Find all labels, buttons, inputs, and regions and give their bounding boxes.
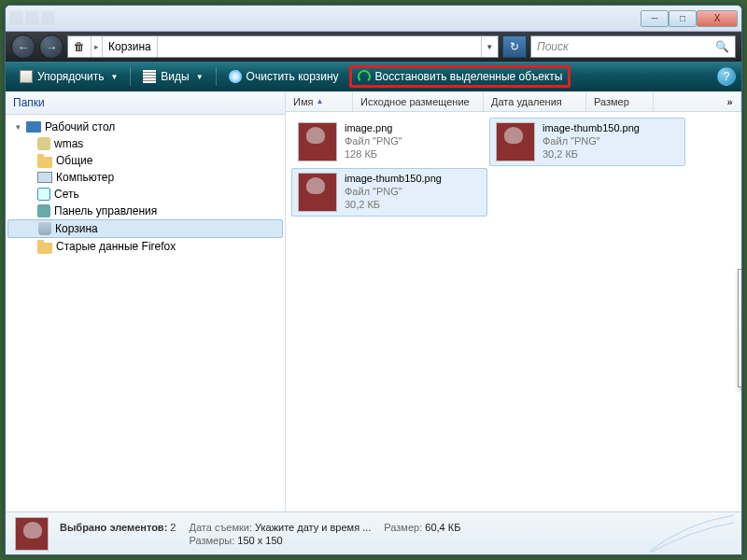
folder-icon [37,243,52,254]
address-dropdown-icon[interactable]: ▾ [481,36,498,57]
tree-item-панель-управления[interactable]: Панель управления [7,203,283,219]
ctx-delete[interactable]: Удалить [741,332,742,355]
help-icon: ? [724,70,730,83]
close-button[interactable]: X [697,10,738,27]
file-name: image.png [345,122,402,135]
file-item[interactable]: image-thumb150.pngФайл "PNG"30,2 КБ [291,168,487,217]
restore-icon [358,70,371,83]
toolbar: Упорядочить ▼ Виды ▼ Очистить корзину Во… [6,62,741,91]
status-date-label: Дата съемки: [189,522,251,533]
net-icon [37,188,50,201]
column-original-location[interactable]: Исходное размещение [353,91,484,111]
file-pane: Имя▲ Исходное размещение Дата удаления Р… [286,91,741,511]
minimize-button[interactable]: ─ [641,10,669,27]
empty-bin-button[interactable]: Очистить корзину [220,65,347,88]
folder-icon [37,157,52,168]
content-area: Папки ▾Рабочий столwmasОбщиеКомпьютерСет… [6,91,741,511]
file-type: Файл "PNG" [345,186,442,199]
file-item[interactable]: image.pngФайл "PNG"128 КБ [291,118,487,166]
address-root-icon[interactable]: 🗑 [68,36,92,57]
tree-item-label: Сеть [54,188,79,201]
status-selection-label: Выбрано элементов: [60,522,167,533]
file-thumbnail-icon [298,173,337,212]
organize-icon [20,70,33,83]
column-more-button[interactable]: » [719,91,741,111]
column-name[interactable]: Имя▲ [286,91,353,111]
bin-icon [38,222,51,235]
tree-item-wmas[interactable]: wmas [7,135,283,152]
column-date-deleted[interactable]: Дата удаления [484,91,586,111]
tree-item-label: Панель управления [54,204,157,217]
desk-icon [26,121,41,133]
file-name: image-thumb150.png [543,122,640,135]
views-button[interactable]: Виды ▼ [134,65,211,88]
forward-button[interactable]: → [39,35,63,59]
tree-item-старые-данные-firefox[interactable]: Старые данные Firefox [7,238,283,255]
status-bar: Выбрано элементов: 2 Дата съемки: Укажит… [6,511,741,554]
tree-item-компьютер[interactable]: Компьютер [7,169,283,186]
file-type: Файл "PNG" [543,135,640,148]
ctx-restore[interactable]: Восстановить [741,273,742,297]
tree-item-label: Корзина [55,222,98,235]
restore-selected-button[interactable]: Восстановить выделенные объекты [349,65,571,88]
search-icon[interactable]: 🔍 [715,40,729,53]
tree-item-сеть[interactable]: Сеть [7,186,283,203]
tree-item-рабочий-стол[interactable]: ▾Рабочий стол [7,119,283,135]
panel-icon [37,204,50,217]
explorer-window: ─ □ X ← → 🗑 ▸ Корзина ▾ ↻ Поиск 🔍 Упоряд… [5,5,742,555]
refresh-button[interactable]: ↻ [502,35,527,58]
file-thumbnail-icon [496,122,535,161]
views-label: Виды [161,70,189,83]
file-name: image-thumb150.png [345,173,442,186]
sort-asc-icon: ▲ [316,97,323,105]
decorative-swoosh-icon [650,513,734,553]
file-info: image-thumb150.pngФайл "PNG"30,2 КБ [345,173,442,211]
expand-icon[interactable]: ▾ [13,122,22,132]
file-info: image-thumb150.pngФайл "PNG"30,2 КБ [543,122,640,161]
titlebar: ─ □ X [6,6,741,32]
chevron-down-icon: ▼ [110,73,118,81]
tree-item-общие[interactable]: Общие [7,152,283,169]
user-icon [37,137,50,150]
organize-label: Упорядочить [37,70,104,83]
address-bar[interactable]: 🗑 ▸ Корзина ▾ [67,35,499,58]
file-type: Файл "PNG" [345,135,402,148]
status-selection-count: 2 [170,522,176,533]
help-button[interactable]: ? [717,67,736,86]
ctx-properties[interactable]: Свойства [741,361,742,384]
file-size: 30,2 КБ [543,148,640,161]
organize-button[interactable]: Упорядочить ▼ [11,65,126,88]
context-menu: Восстановить Вырезать Удалить Свойства [738,269,742,387]
address-location[interactable]: Корзина [103,36,158,57]
status-thumbnail-icon [15,517,49,551]
navbar: ← → 🗑 ▸ Корзина ▾ ↻ Поиск 🔍 [6,32,741,62]
toolbar-separator [216,67,217,86]
maximize-button[interactable]: □ [669,10,697,27]
file-thumbnail-icon [298,122,337,161]
search-input[interactable]: Поиск 🔍 [530,35,736,58]
restore-selected-label: Восстановить выделенные объекты [375,70,563,83]
file-item[interactable]: image-thumb150.pngФайл "PNG"30,2 КБ [489,118,685,166]
comp-icon [37,172,52,183]
status-date-value[interactable]: Укажите дату и время ... [255,522,371,533]
empty-bin-label: Очистить корзину [247,70,339,83]
file-info: image.pngФайл "PNG"128 КБ [345,122,402,161]
titlebar-ghost-tabs [9,11,641,25]
chevron-down-icon: ▼ [196,73,204,81]
tree-item-label: Рабочий стол [45,120,115,133]
tree-item-label: Компьютер [56,171,114,184]
status-size-label: Размер: [384,522,422,533]
folders-pane: Папки ▾Рабочий столwmasОбщиеКомпьютерСет… [6,91,286,511]
folder-tree: ▾Рабочий столwmasОбщиеКомпьютерСетьПанел… [6,115,285,511]
tree-item-label: Общие [56,154,92,167]
breadcrumb-chevron-icon[interactable]: ▸ [92,36,103,57]
tree-item-label: Старые данные Firefox [56,240,176,253]
ctx-cut[interactable]: Вырезать [741,303,742,326]
folders-pane-header[interactable]: Папки [6,91,285,115]
tree-item-корзина[interactable]: Корзина [7,219,283,238]
search-placeholder: Поиск [537,40,569,53]
file-grid: image.pngФайл "PNG"128 КБimage-thumb150.… [286,112,741,511]
column-size[interactable]: Размер [586,91,654,111]
empty-bin-icon [229,70,242,83]
back-button[interactable]: ← [11,35,35,59]
